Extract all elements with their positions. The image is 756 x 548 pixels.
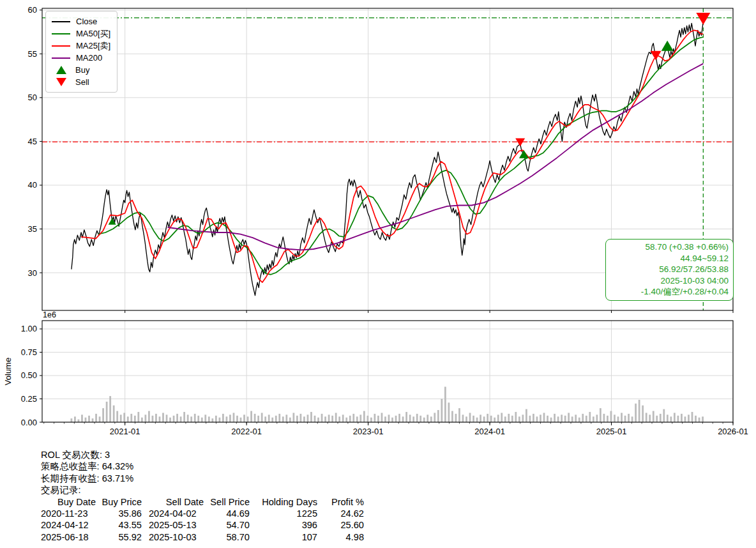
volume-bar	[621, 413, 623, 422]
volume-bar	[349, 416, 351, 422]
volume-bar	[109, 396, 111, 422]
volume-bar	[78, 420, 80, 422]
volume-bar	[420, 416, 421, 422]
volume-bar	[656, 416, 658, 422]
volume-bar	[211, 418, 213, 422]
legend-line-swatch	[52, 57, 70, 59]
strategy-stats: ROL 交易次数: 3 策略总收益率: 64.32% 长期持有收益: 63.71…	[41, 449, 364, 543]
volume-bar	[106, 402, 108, 422]
trade-cell: 35.86	[96, 508, 142, 519]
volume-bar	[208, 416, 210, 422]
volume-bar	[85, 418, 87, 422]
trade-col-header: Holding Days	[250, 496, 317, 508]
volume-bar	[663, 409, 665, 422]
trade-col-header: Sell Price	[204, 496, 250, 508]
legend-label: MA50[买]	[76, 28, 110, 40]
volume-bar	[233, 413, 235, 422]
volume-bar	[405, 412, 407, 422]
annotation-line: 2025-10-03 04:00	[610, 275, 729, 287]
volume-bar	[561, 415, 563, 422]
trade-count-line: ROL 交易次数: 3	[41, 449, 364, 460]
volume-bar	[116, 411, 118, 422]
volume-bar	[504, 416, 506, 422]
volume-bars	[71, 387, 704, 422]
trade-col-header: Sell Date	[149, 496, 204, 508]
volume-bar	[162, 413, 164, 422]
trade-table-row: 2020-11-2335.862024-04-0244.69122524.62	[41, 508, 364, 519]
trade-col-header: Buy Price	[96, 496, 142, 508]
volume-bar	[88, 416, 90, 422]
trade-cell: 54.70	[204, 519, 250, 531]
volume-bar	[550, 418, 552, 422]
trade-cell: 55.92	[96, 531, 142, 543]
axis-ticks	[40, 10, 733, 425]
volume-bar	[434, 413, 435, 422]
volume-bar	[501, 413, 503, 422]
trade-table-row: 2025-06-1855.922025-10-0358.701074.98	[41, 531, 364, 543]
volume-tick-label: 1.00	[21, 324, 37, 333]
volume-bar	[141, 418, 143, 422]
stock-chart-figure: 303540455055600.000.250.500.751.002021-0…	[0, 0, 756, 444]
volume-bar	[684, 416, 686, 422]
price-tick-label: 55	[28, 49, 37, 59]
volume-bar	[451, 411, 453, 422]
volume-bar	[533, 414, 534, 422]
volume-bar	[472, 416, 474, 422]
price-tick-label: 60	[28, 5, 37, 15]
volume-bar	[564, 416, 566, 422]
volume-bar	[268, 415, 270, 422]
trade-cell: 2020-11-23	[41, 508, 96, 519]
legend-line-swatch	[52, 33, 70, 34]
volume-bar	[99, 416, 101, 422]
trade-col-header: Buy Date	[41, 496, 96, 508]
trade-cell: 107	[250, 531, 317, 543]
volume-bar	[409, 415, 411, 422]
volume-bar	[398, 414, 400, 422]
hold-return-line: 长期持有收益: 63.71%	[41, 473, 364, 484]
volume-bar	[215, 416, 217, 422]
legend-item-sell: Sell	[52, 76, 110, 88]
trade-cell: 1225	[250, 508, 317, 519]
volume-bar	[423, 418, 425, 422]
volume-bar	[469, 413, 471, 422]
volume-bar	[578, 418, 580, 422]
price-tick-label: 35	[28, 224, 37, 234]
volume-bar	[81, 415, 83, 422]
volume-bar	[430, 416, 432, 422]
volume-bar	[278, 414, 280, 422]
buy-marker[interactable]	[519, 150, 529, 158]
legend-line-swatch	[52, 45, 70, 47]
volume-bar	[328, 415, 330, 422]
volume-bar	[448, 402, 450, 422]
volume-bar	[71, 418, 73, 422]
trade-cell: 396	[250, 519, 317, 531]
volume-bar	[123, 413, 125, 422]
x-tick-label: 2023-01	[353, 427, 384, 436]
volume-bar	[324, 416, 326, 422]
volume-tick-label: 0.75	[21, 347, 37, 357]
buy-marker[interactable]	[662, 41, 674, 51]
price-tick-label: 40	[28, 180, 37, 190]
volume-bar	[264, 416, 266, 422]
volume-bar	[554, 414, 556, 422]
volume-bar	[173, 416, 175, 422]
legend-item-buy: Buy	[52, 64, 110, 76]
volume-bar	[586, 416, 587, 422]
x-tick-label: 2021-01	[110, 427, 140, 436]
sell-marker[interactable]	[696, 13, 710, 25]
volume-bar	[692, 412, 693, 422]
volume-bar	[314, 416, 316, 422]
volume-bar	[127, 416, 129, 422]
volume-bar	[402, 416, 404, 422]
legend-item-ma25-: MA25[卖]	[52, 40, 110, 52]
gridlines	[42, 8, 733, 422]
volume-bar	[240, 418, 242, 422]
trade-cell: 2025-10-03	[149, 531, 204, 543]
volume-bar	[624, 416, 626, 422]
volume-bar	[540, 415, 541, 422]
volume-bar	[120, 415, 122, 422]
volume-bar	[522, 415, 524, 422]
sell-marker[interactable]	[651, 51, 662, 60]
volume-bar	[699, 418, 700, 422]
volume-bar	[204, 415, 206, 422]
